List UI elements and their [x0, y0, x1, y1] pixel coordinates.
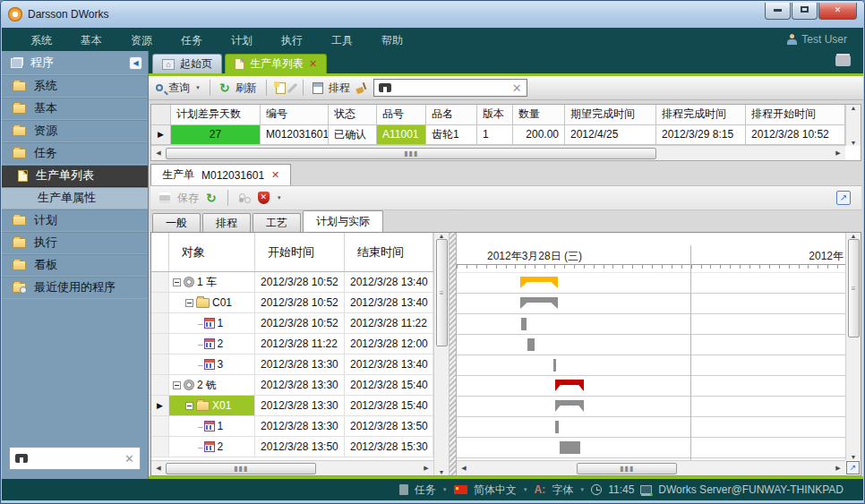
column-header[interactable]: 品名	[426, 105, 477, 125]
tree-row[interactable]: –12012/3/28 10:522012/3/28 11:22	[151, 313, 433, 334]
new-document-icon[interactable]	[276, 82, 286, 94]
clean-icon[interactable]	[355, 82, 366, 93]
shield-icon[interactable]: ✕	[258, 192, 270, 204]
sidebar-item[interactable]: 基本	[2, 98, 148, 120]
font-dropdown-icon[interactable]: ▼	[579, 487, 585, 492]
tree-cell[interactable]: X01	[169, 396, 255, 415]
tree-collapse-icon[interactable]	[185, 299, 193, 307]
grid-hscroll-thumb[interactable]: ▮▮▮	[166, 148, 656, 159]
end-time-cell[interactable]: 2012/3/28 12:00	[345, 334, 433, 354]
tree-row[interactable]: C012012/3/28 10:522012/3/28 13:40	[151, 293, 433, 313]
menu-item-2[interactable]: 资源	[118, 30, 165, 50]
gantt-popout-icon[interactable]: ↗	[846, 461, 860, 474]
scroll-down-icon[interactable]: ▼	[846, 454, 861, 460]
sidebar-search-clear-icon[interactable]: ✕	[124, 452, 134, 466]
detail-tab-close-icon[interactable]: ✕	[271, 169, 279, 181]
grid-cell[interactable]: 2012/3/28 10:52	[746, 125, 845, 146]
popout-icon[interactable]: ↗	[836, 191, 851, 205]
sidebar-item[interactable]: 最近使用的程序	[2, 277, 148, 299]
toolbar-search-clear-icon[interactable]: ✕	[512, 81, 522, 95]
status-language[interactable]: 简体中文	[474, 483, 517, 498]
end-time-cell[interactable]: 2012/3/28 13:40	[345, 272, 433, 292]
grid-cell[interactable]: 1	[477, 125, 513, 146]
subtab-排程[interactable]: 排程	[202, 213, 251, 232]
grid-hscrollbar[interactable]: ◀ ▮▮▮ ▶	[151, 145, 845, 160]
gantt-task-bar[interactable]	[521, 318, 527, 330]
menu-item-7[interactable]: 帮助	[369, 30, 415, 50]
tree-row[interactable]: ▶X012012/3/28 13:302012/3/28 15:40	[151, 396, 433, 416]
sidebar-item[interactable]: 看板	[2, 254, 148, 277]
column-header[interactable]: 排程开始时间	[746, 105, 845, 125]
start-time-cell[interactable]: 2012/3/28 11:22	[255, 334, 345, 354]
sidebar-item[interactable]: 执行	[2, 232, 148, 254]
split-handle[interactable]	[450, 233, 457, 475]
sidebar-search-input[interactable]: ✕	[9, 447, 141, 470]
start-time-cell[interactable]: 2012/3/28 13:50	[255, 437, 345, 457]
end-time-cell[interactable]: 2012/3/28 13:40	[345, 355, 433, 374]
end-time-cell[interactable]: 2012/3/28 11:22	[345, 313, 433, 333]
edit-icon[interactable]	[287, 82, 297, 92]
grid-cell[interactable]: 2012/3/29 8:15	[656, 125, 746, 146]
restore-button[interactable]	[792, 3, 818, 20]
task-dropdown-icon[interactable]: ▼	[442, 487, 448, 492]
tab-close-icon[interactable]: ✕	[309, 58, 317, 70]
refresh-icon[interactable]: ↻	[206, 192, 217, 203]
tree-cell[interactable]: –3	[169, 355, 255, 374]
tree-row[interactable]: 1 车2012/3/28 10:522012/3/28 13:40	[151, 272, 433, 293]
scroll-left-icon[interactable]: ◀	[151, 465, 166, 472]
sidebar-item[interactable]: 计划	[2, 209, 148, 232]
menu-item-0[interactable]: 系统	[18, 30, 64, 50]
end-time-cell[interactable]: 2012/3/28 15:30	[345, 437, 433, 457]
scroll-left-icon[interactable]: ◀	[151, 149, 166, 157]
sidebar-item[interactable]: 生产单列表	[2, 165, 148, 187]
status-task[interactable]: 任务	[415, 483, 436, 498]
gantt-task-bar[interactable]	[560, 441, 580, 454]
grid-cell[interactable]: 已确认	[329, 125, 377, 146]
language-dropdown-icon[interactable]: ▼	[523, 487, 528, 492]
detail-tab[interactable]: 生产单 M012031601 ✕	[150, 164, 291, 185]
tree-row[interactable]: –32012/3/28 13:302012/3/28 13:40	[151, 355, 433, 375]
scroll-up-icon[interactable]: ▲	[434, 233, 449, 239]
current-user[interactable]: Test User	[787, 33, 863, 46]
grid-cell[interactable]: A11001	[377, 125, 426, 146]
query-dropdown-icon[interactable]: ▼	[195, 85, 201, 90]
end-time-cell[interactable]: 2012/3/28 15:40	[345, 396, 433, 415]
tree-column-header[interactable]: 结束时间	[345, 233, 433, 271]
tree-collapse-icon[interactable]	[173, 278, 181, 286]
start-time-cell[interactable]: 2012/3/28 10:52	[255, 272, 345, 292]
end-time-cell[interactable]: 2012/3/28 13:40	[345, 293, 433, 312]
tab-production-order-list[interactable]: 生产单列表 ✕	[225, 54, 327, 73]
refresh-button[interactable]: 刷新	[236, 81, 257, 96]
tree-row[interactable]: –22012/3/28 11:222012/3/28 12:00	[151, 334, 433, 355]
start-time-cell[interactable]: 2012/3/28 10:52	[255, 313, 345, 333]
scroll-right-icon[interactable]: ▶	[831, 149, 845, 157]
column-header[interactable]: 品号	[377, 105, 426, 125]
tree-cell[interactable]: –2	[169, 334, 255, 354]
column-header[interactable]: 期望完成时间	[565, 105, 656, 125]
menu-item-4[interactable]: 计划	[218, 30, 265, 50]
scroll-down-icon[interactable]: ▼	[434, 469, 449, 475]
sidebar-item[interactable]: 任务	[2, 142, 148, 165]
tree-cell[interactable]: 2 铣	[169, 375, 255, 395]
scroll-up-icon[interactable]: ▲	[846, 105, 861, 111]
tree-hscroll-thumb[interactable]: ▮▮▮	[166, 463, 316, 474]
scroll-right-icon[interactable]: ▶	[419, 465, 433, 472]
menu-item-3[interactable]: 任务	[168, 30, 215, 50]
sidebar-item[interactable]: 生产单属性	[2, 187, 148, 209]
start-time-cell[interactable]: 2012/3/28 13:30	[255, 355, 345, 374]
minimize-button[interactable]	[765, 3, 791, 20]
start-time-cell[interactable]: 2012/3/28 10:52	[255, 293, 345, 312]
table-row[interactable]: ▶27M012031601已确认A11001齿轮11200.002012/4/2…	[151, 125, 845, 146]
row-header-cell[interactable]: ▶	[151, 125, 171, 146]
scroll-right-icon[interactable]: ▶	[831, 465, 845, 472]
toolbar-search-input[interactable]: ✕	[373, 79, 527, 97]
close-button[interactable]: ✕	[818, 3, 857, 20]
tree-column-header[interactable]: 对象	[169, 233, 255, 271]
column-header[interactable]: 编号	[261, 105, 329, 125]
column-header[interactable]: 计划差异天数	[171, 105, 261, 125]
gantt-hscrollbar[interactable]: ◀ ▮▮▮ ▶	[457, 460, 845, 475]
column-header[interactable]: 排程完成时间	[656, 105, 746, 125]
sidebar-item[interactable]: 系统	[2, 75, 148, 98]
tree-cell[interactable]: –1	[169, 416, 255, 436]
tree-cell[interactable]: C01	[169, 293, 255, 312]
